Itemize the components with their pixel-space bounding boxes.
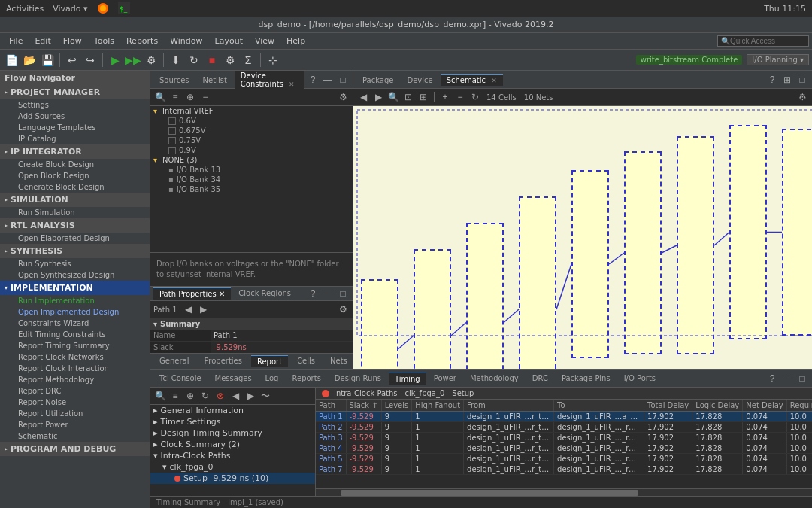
impl-button[interactable]: ▶▶ (125, 52, 141, 68)
tab-methodology[interactable]: Methodology (464, 373, 525, 384)
pp-maximize-button[interactable]: □ (336, 287, 350, 300)
bank-13[interactable]: ▪ I/O Bank 13 (162, 165, 353, 175)
bank-34[interactable]: ▪ I/O Bank 34 (162, 175, 353, 184)
schematic-cell-7[interactable] (729, 125, 767, 339)
tab-timing[interactable]: Timing (389, 373, 426, 385)
stop-button[interactable]: ■ (204, 52, 220, 68)
timing-expand-button[interactable]: ⊕ (183, 389, 197, 403)
activities-label[interactable]: Activities (6, 4, 44, 14)
nav-item-report-noise[interactable]: Report Noise (0, 397, 150, 408)
nav-item-report-power[interactable]: Report Power (0, 419, 150, 430)
tree-setup[interactable]: Setup -9.529 ns (10) (150, 473, 315, 484)
tab-io-ports[interactable]: I/O Ports (618, 373, 662, 384)
tree-clk-fpga0[interactable]: ▾ clk_fpga_0 (150, 461, 315, 473)
th-slack[interactable]: Slack ↑ (346, 400, 381, 412)
bottom-maximize-button[interactable]: □ (795, 372, 809, 385)
schematic-cell-8[interactable] (782, 129, 812, 336)
tree-intra-clock[interactable]: ▾ Intra-Clock Paths (150, 450, 315, 461)
bottom-help-button[interactable]: ? (765, 372, 779, 385)
schematic-help-button[interactable]: ? (765, 73, 779, 87)
timing-scroll-bar[interactable] (316, 488, 812, 496)
bottom-minimize-button[interactable]: — (780, 372, 794, 385)
nav-item-report-drc[interactable]: Report DRC (0, 385, 150, 397)
quick-access-search[interactable]: 🔍 (717, 35, 809, 47)
tab-cells[interactable]: Cells (291, 355, 321, 367)
dc-expand-button[interactable]: ⊕ (183, 90, 197, 104)
cell-path[interactable]: Path 1 (316, 412, 346, 422)
tree-general-info[interactable]: ▸ General Information (150, 405, 315, 416)
open-button[interactable]: 📂 (21, 52, 38, 68)
vref-0.9v[interactable]: 0.9V (162, 145, 353, 155)
table-row[interactable]: Path 1 -9.529 9 1 design_1_uFIR_...r_tda… (316, 412, 812, 422)
vref-checkbox[interactable] (168, 147, 176, 154)
nav-item-open-synthesized-design[interactable]: Open Synthesized Design (0, 269, 150, 281)
panel-maximize-button[interactable]: □ (336, 73, 350, 87)
device-constraints-tab-close[interactable]: ✕ (289, 81, 295, 88)
nav-item-report-clock-interaction[interactable]: Report Clock Interaction (0, 363, 150, 374)
schematic-canvas[interactable] (353, 106, 812, 369)
tab-device-constraints[interactable]: Device Constraints ✕ (235, 71, 304, 90)
tab-log[interactable]: Log (259, 373, 285, 384)
timing-nav-next[interactable]: ▶ (244, 389, 257, 403)
tab-device[interactable]: Device (401, 74, 438, 86)
table-row[interactable]: Path 5 -9.529 9 1 design_1_uFIR_...r_tda… (316, 454, 812, 464)
tab-path-properties[interactable]: Path Properties ✕ (153, 287, 231, 300)
tab-sources[interactable]: Sources (153, 74, 195, 86)
table-row[interactable]: Path 3 -9.529 9 1 design_1_uFIR_...r_tda… (316, 433, 812, 443)
nav-item-report-clock-networks[interactable]: Report Clock Networks (0, 351, 150, 363)
internal-vref-folder[interactable]: ▾ Internal VREF (150, 106, 353, 116)
nav-item-open-implemented-design[interactable]: Open Implemented Design (0, 306, 150, 318)
th-net-delay[interactable]: Net Delay (743, 400, 786, 412)
sch-zoom-in-button[interactable]: 🔍 (386, 90, 400, 104)
section-synthesis[interactable]: ▸ SYNTHESIS (0, 244, 150, 258)
undo-button[interactable]: ↩ (64, 52, 80, 68)
refresh-button[interactable]: ↻ (186, 52, 202, 68)
settings-tool-button[interactable]: ⚙ (222, 52, 238, 68)
th-path[interactable]: Path (316, 400, 346, 412)
pp-minimize-button[interactable]: — (321, 287, 335, 300)
sch-forward-button[interactable]: ▶ (371, 90, 385, 104)
section-implementation[interactable]: ▾ IMPLEMENTATION (0, 281, 150, 295)
sch-settings-button[interactable]: ⚙ (795, 90, 809, 104)
timing-refresh-button[interactable]: ↻ (198, 389, 212, 403)
menu-tools[interactable]: Tools (88, 35, 120, 47)
schematic-tab-close[interactable]: ✕ (491, 77, 497, 84)
cell-path[interactable]: Path 5 (316, 454, 346, 464)
timing-collapse-button[interactable]: ≡ (168, 389, 182, 403)
th-levels[interactable]: Levels (381, 400, 412, 412)
section-rtl-analysis[interactable]: ▸ RTL ANALYSIS (0, 218, 150, 233)
table-row[interactable]: Path 4 -9.529 9 1 design_1_uFIR_...r_tda… (316, 443, 812, 454)
timing-error-button[interactable]: ⊗ (214, 389, 227, 403)
vref-0.6v[interactable]: 0.6V (162, 116, 353, 126)
nav-item-add-sources[interactable]: Add Sources (0, 111, 150, 122)
sch-refresh-button[interactable]: ↻ (468, 90, 482, 104)
section-ip-integrator[interactable]: ▸ IP INTEGRATOR (0, 144, 150, 159)
save-button[interactable]: 💾 (39, 52, 56, 68)
dc-collapse-button[interactable]: ≡ (168, 90, 182, 104)
nav-item-run-synthesis[interactable]: Run Synthesis (0, 258, 150, 269)
tab-report[interactable]: Report (251, 355, 288, 367)
tab-clock-regions[interactable]: Clock Regions (232, 287, 297, 300)
menu-reports[interactable]: Reports (120, 35, 164, 47)
menu-layout[interactable]: Layout (209, 35, 249, 47)
schematic-float-button[interactable]: ⊞ (780, 73, 794, 87)
vivado-label[interactable]: Vivado ▾ (53, 4, 87, 14)
section-project-manager[interactable]: ▸ PROJECT MANAGER (0, 85, 150, 99)
dc-search-button[interactable]: 🔍 (153, 90, 167, 104)
th-to[interactable]: To (554, 400, 644, 412)
nav-item-report-methodology[interactable]: Report Methodology (0, 374, 150, 385)
cell-path[interactable]: Path 7 (316, 464, 346, 475)
tab-reports[interactable]: Reports (286, 373, 326, 384)
io-planning-dropdown[interactable]: I/O Planning ▾ (747, 54, 809, 65)
sch-zoom-out-button[interactable]: − (453, 90, 467, 104)
tab-package[interactable]: Package (356, 74, 399, 86)
schematic-maximize-button[interactable]: □ (795, 73, 809, 87)
tab-package-pins[interactable]: Package Pins (556, 373, 617, 384)
nav-item-report-timing-summary[interactable]: Report Timing Summary (0, 340, 150, 351)
dc-settings-button[interactable]: ⚙ (336, 90, 350, 104)
cell-path[interactable]: Path 2 (316, 422, 346, 433)
timing-wave-button[interactable]: 〜 (259, 389, 272, 403)
panel-help-button[interactable]: ? (306, 73, 320, 87)
search-input[interactable] (730, 37, 805, 45)
schematic-cell-1[interactable] (414, 249, 451, 369)
